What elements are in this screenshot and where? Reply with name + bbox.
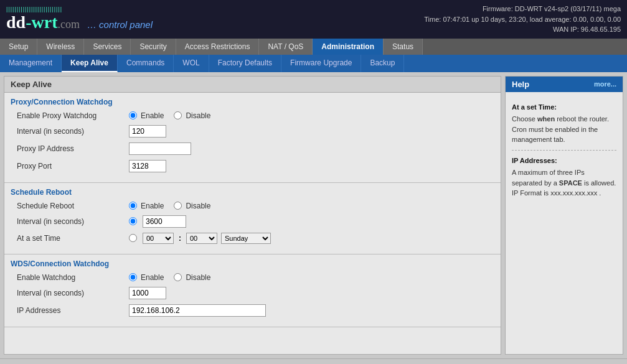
time-text: Time: 07:47:01 up 10 days, 23:20, load a…: [424, 14, 621, 25]
proxy-enable-text: Enable: [141, 111, 164, 120]
schedule-time-row: At a set Time 00010203 04050607 08091011…: [11, 233, 494, 244]
schedule-enable-label: Schedule Reboot: [17, 202, 129, 210]
proxy-port-controls: [129, 160, 166, 172]
proxy-ip-row: Proxy IP Address: [11, 142, 494, 155]
schedule-enable-text: Enable: [141, 202, 164, 210]
nav-access-restrictions[interactable]: Access Restrictions: [176, 39, 260, 55]
proxy-watchdog-title: Proxy/Connection Watchdog: [11, 98, 494, 106]
header: ||||||||||||||||||||||||||| dd -wrt .com…: [0, 0, 627, 39]
main-nav: Setup Wireless Services Security Access …: [0, 39, 627, 55]
schedule-reboot-section: Schedule Reboot Schedule Reboot Enable D…: [4, 183, 501, 254]
schedule-interval-input[interactable]: [143, 215, 186, 228]
help-divider: [512, 150, 616, 151]
wds-ip-row: IP Addresses: [11, 304, 494, 317]
nav-security[interactable]: Security: [131, 39, 176, 55]
nav-setup[interactable]: Setup: [0, 39, 37, 55]
proxy-disable-radio-label[interactable]: Disable: [174, 111, 210, 120]
schedule-interval-label: Interval (in seconds): [17, 217, 129, 226]
panel-title: Keep Alive: [4, 77, 501, 93]
proxy-enable-label: Enable Proxy Watchdog: [17, 111, 129, 120]
wds-enable-text: Enable: [141, 273, 164, 282]
subnav-firmware-upgrade[interactable]: Firmware Upgrade: [281, 55, 361, 72]
content-wrapper: Keep Alive Proxy/Connection Watchdog Ena…: [0, 72, 627, 358]
wds-enable-radio[interactable]: [129, 273, 137, 281]
subnav-commands[interactable]: Commands: [118, 55, 174, 72]
schedule-reboot-title: Schedule Reboot: [11, 188, 494, 197]
wds-ip-label: IP Addresses: [17, 306, 129, 315]
wds-disable-text: Disable: [186, 273, 210, 282]
time-colon: :: [179, 234, 181, 243]
schedule-time-controls: 00010203 04050607 08091011 12131415 1617…: [129, 233, 271, 244]
wds-watchdog-section: WDS/Connection Watchdog Enable Watchdog …: [4, 254, 501, 327]
wds-ip-input[interactable]: [129, 304, 266, 317]
proxy-port-row: Proxy Port: [11, 160, 494, 172]
proxy-enable-controls: Enable Disable: [129, 111, 217, 120]
proxy-interval-label: Interval (in seconds): [17, 127, 129, 136]
wds-disable-radio-label[interactable]: Disable: [174, 273, 210, 282]
wds-enable-controls: Enable Disable: [129, 273, 217, 282]
schedule-interval-row: Interval (in seconds): [11, 215, 494, 228]
help-panel: Help more... At a set Time: Choose when …: [505, 76, 623, 355]
subnav-management[interactable]: Management: [0, 55, 62, 72]
help-ip-text: A maximum of three IPs separated by a SP…: [512, 167, 616, 198]
wds-watchdog-title: WDS/Connection Watchdog: [11, 259, 494, 268]
schedule-enable-radio[interactable]: [129, 202, 137, 210]
schedule-time-label: At a set Time: [17, 234, 129, 243]
schedule-enable-radio-label[interactable]: Enable: [129, 202, 164, 210]
wds-enable-radio-label[interactable]: Enable: [129, 273, 164, 282]
logo-wrt: -wrt: [26, 12, 57, 32]
proxy-port-input[interactable]: [129, 160, 166, 172]
footer-bar: Save Apply Settings Cancel Changes: [0, 358, 627, 365]
subnav-keep-alive[interactable]: Keep Alive: [62, 55, 118, 72]
nav-status[interactable]: Status: [384, 39, 423, 55]
main-panel: Keep Alive Proxy/Connection Watchdog Ena…: [4, 76, 501, 355]
help-ip-subtitle: IP Addresses:: [512, 156, 616, 166]
header-info: Firmware: DD-WRT v24-sp2 (03/17/11) mega…: [424, 4, 621, 35]
logo-com: .com: [57, 18, 80, 31]
schedule-day-select[interactable]: SundayMondayTuesday WednesdayThursdayFri…: [221, 233, 271, 244]
schedule-disable-radio-label[interactable]: Disable: [174, 202, 210, 210]
help-more-link[interactable]: more...: [594, 80, 616, 88]
logo-area: ||||||||||||||||||||||||||| dd -wrt .com…: [6, 6, 153, 32]
schedule-enable-row: Schedule Reboot Enable Disable: [11, 202, 494, 210]
nav-wireless[interactable]: Wireless: [37, 39, 84, 55]
proxy-interval-input[interactable]: [129, 125, 166, 138]
subnav-backup[interactable]: Backup: [361, 55, 404, 72]
nav-nat-qos[interactable]: NAT / QoS: [259, 39, 313, 55]
schedule-disable-text: Disable: [186, 202, 210, 210]
subnav-wol[interactable]: WOL: [174, 55, 209, 72]
proxy-interval-row: Interval (in seconds): [11, 125, 494, 138]
logo-cp: … control panel: [87, 19, 153, 30]
wds-interval-input[interactable]: [129, 287, 166, 299]
wds-ip-controls: [129, 304, 266, 317]
schedule-interval-radio[interactable]: [129, 217, 137, 225]
nav-administration[interactable]: Administration: [313, 39, 384, 55]
proxy-enable-row: Enable Proxy Watchdog Enable Disable: [11, 111, 494, 120]
proxy-disable-text: Disable: [186, 111, 210, 120]
wds-interval-label: Interval (in seconds): [17, 289, 129, 297]
wds-interval-row: Interval (in seconds): [11, 287, 494, 299]
help-header: Help more...: [506, 77, 623, 92]
proxy-disable-radio[interactable]: [174, 111, 182, 119]
help-time-text: Choose when reboot the router. Cron must…: [512, 114, 616, 145]
schedule-interval-controls: [129, 215, 186, 228]
proxy-ip-input[interactable]: [129, 142, 191, 155]
nav-services[interactable]: Services: [84, 39, 131, 55]
proxy-interval-controls: [129, 125, 166, 138]
subnav-factory-defaults[interactable]: Factory Defaults: [209, 55, 281, 72]
schedule-hour-select[interactable]: 00010203 04050607 08091011 12131415 1617…: [143, 233, 174, 244]
proxy-watchdog-section: Proxy/Connection Watchdog Enable Proxy W…: [4, 93, 501, 183]
wds-enable-row: Enable Watchdog Enable Disable: [11, 273, 494, 282]
schedule-minute-select[interactable]: 00153045: [186, 233, 217, 244]
schedule-time-radio[interactable]: [129, 234, 137, 242]
proxy-ip-controls: [129, 142, 191, 155]
proxy-port-label: Proxy Port: [17, 162, 129, 170]
schedule-enable-controls: Enable Disable: [129, 202, 217, 210]
help-content: At a set Time: Choose when reboot the ro…: [506, 92, 623, 203]
proxy-enable-radio-label[interactable]: Enable: [129, 111, 164, 120]
wan-ip-text: WAN IP: 96.48.65.195: [424, 24, 621, 35]
proxy-enable-radio[interactable]: [129, 111, 137, 119]
wds-disable-radio[interactable]: [174, 273, 182, 281]
logo-dd: dd: [6, 12, 26, 32]
schedule-disable-radio[interactable]: [174, 202, 182, 210]
